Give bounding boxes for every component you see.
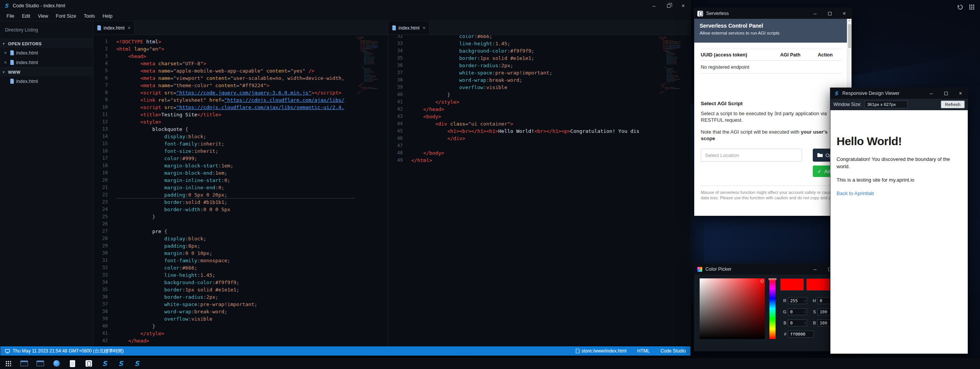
code-line[interactable]: <link rel="stylesheet" href="https://cdn… [116, 96, 355, 104]
restore-button[interactable] [661, 0, 676, 11]
close-tab-icon[interactable]: × [423, 25, 426, 31]
close-tab-icon[interactable]: × [128, 25, 131, 31]
code-line[interactable]: <meta name="theme-color" content="#ff922… [116, 82, 355, 89]
scrollbar-thumb[interactable] [848, 24, 851, 48]
menu-file[interactable]: File [3, 11, 18, 21]
code-line[interactable]: </html> [411, 157, 657, 164]
code-line[interactable]: pre { [116, 228, 355, 235]
code-line[interactable]: </body> [411, 149, 657, 157]
code-line[interactable]: } [116, 213, 355, 220]
code-editor-2[interactable]: 323334353637383940414243444546474849 col… [388, 35, 690, 346]
close-icon[interactable]: × [3, 50, 8, 56]
code-line[interactable]: word-wrap:break-word; [116, 308, 355, 315]
main-title-bar[interactable]: S Code Studio - index.html – × [0, 0, 690, 11]
menu-edit[interactable]: Edit [18, 11, 34, 21]
sidebar-item-index-html[interactable]: ×index.html [0, 58, 93, 67]
code-line[interactable]: white-space:pre-wrap!important; [411, 69, 657, 76]
minimize-button[interactable]: – [924, 88, 939, 99]
close-button[interactable]: × [953, 88, 968, 99]
code-line[interactable]: color:#666; [116, 264, 355, 271]
code-line[interactable]: <meta name="viewport" content="user-scal… [116, 74, 355, 82]
back-to-aprintlab-link[interactable]: Back to Aprintlab [837, 190, 874, 196]
minimap[interactable]: <!DOCTYPE html><html lang="en"> <head> <… [659, 36, 680, 121]
code-line[interactable]: border:1px solid #e1e1e1; [411, 55, 657, 62]
taskbar-icon-serverless[interactable] [84, 359, 93, 368]
window-size-input[interactable] [865, 101, 908, 108]
code-line[interactable]: <script src="https://code.jquery.com/jqu… [116, 89, 355, 96]
code-line[interactable]: border:solid #b1b1b1; [116, 199, 355, 206]
taskbar-icon-code-studio[interactable]: S [133, 359, 141, 368]
refresh-button[interactable]: Refresh [941, 101, 965, 108]
sidebar-item-index-html[interactable]: index.html [0, 76, 93, 86]
code-line[interactable]: display:block; [116, 133, 355, 140]
sv-cursor[interactable] [761, 280, 764, 283]
close-button[interactable]: × [837, 8, 852, 19]
code-line[interactable]: <style> [116, 118, 355, 126]
code-line[interactable] [411, 142, 657, 149]
field-input[interactable]: 255▴▾ [788, 297, 807, 304]
responsive-title-bar[interactable]: S Responsive Design Viewer – × [830, 88, 968, 99]
close-icon[interactable]: × [3, 60, 8, 65]
code-line[interactable]: line-height:1.45; [116, 271, 355, 279]
hue-thumb[interactable] [769, 278, 776, 280]
code-line[interactable]: background-color:#f9f9f9; [411, 47, 657, 55]
serverless-title-bar[interactable]: Serverless – × [694, 8, 852, 19]
code-line[interactable]: overflow:visible [116, 315, 355, 323]
spinner-icon[interactable]: ▴▾ [804, 321, 805, 324]
taskbar-icon-window[interactable] [36, 359, 44, 368]
taskbar-icon-app-grid[interactable] [4, 359, 12, 368]
tab-index-html[interactable]: index.html × [388, 21, 430, 35]
code-line[interactable]: border-radius:2px; [411, 62, 657, 69]
select-location-input[interactable] [701, 149, 802, 162]
code-line[interactable]: <script src="https://cdnjs.cloudflare.co… [116, 104, 355, 111]
code-line[interactable]: <html lang="en"> [116, 45, 355, 53]
code-line[interactable]: word-wrap:break-word; [411, 76, 657, 84]
sidebar-section-www[interactable]: ▾WWW [0, 67, 93, 76]
color-picker-title-bar[interactable]: Color Picker – × [694, 264, 852, 275]
code-line[interactable]: font-family:inherit; [116, 140, 355, 147]
taskbar-icon-window[interactable] [20, 359, 28, 368]
code-line[interactable]: blockquote { [116, 126, 355, 133]
color-swatch-current[interactable] [806, 278, 830, 291]
status-file-path[interactable]: store:/www/index.html [576, 348, 626, 354]
menu-view[interactable]: View [34, 11, 52, 21]
code-line[interactable]: padding:0 5px 0 20px; [116, 191, 355, 199]
code-line[interactable]: <h1><br></h1><h1>Hello World!<br></h1><p… [411, 127, 657, 135]
minimap[interactable]: <!DOCTYPE html><html lang="en"> <head> <… [356, 36, 378, 121]
refresh-icon[interactable] [956, 3, 964, 11]
saturation-value-picker[interactable] [700, 278, 765, 339]
sidebar-section-open-editors[interactable]: ▾OPEN EDITORS [0, 39, 93, 48]
spinner-icon[interactable]: ▴▾ [804, 299, 805, 302]
code-content[interactable]: <!DOCTYPE html><html lang="en"> <head> <… [116, 38, 355, 344]
app-grid-icon[interactable] [968, 3, 975, 11]
status-language[interactable]: HTML [637, 348, 650, 354]
code-line[interactable]: </style> [411, 98, 657, 106]
field-input[interactable]: 0▴▾ [788, 319, 807, 326]
code-line[interactable]: <div class="ui container"> [411, 120, 657, 127]
code-line[interactable]: } [116, 323, 355, 330]
taskbar-icon-code-studio[interactable]: S [100, 359, 109, 368]
code-line[interactable]: color:#666; [411, 35, 657, 40]
code-line[interactable]: margin-inline-end:0; [116, 184, 355, 191]
code-line[interactable]: <body> [411, 113, 657, 120]
field-input[interactable]: 0▴▾ [788, 308, 807, 315]
code-line[interactable]: margin:0 0 10px; [116, 250, 355, 257]
code-line[interactable]: line-height:1.45; [411, 40, 657, 47]
code-line[interactable]: overflow:visible [411, 84, 657, 91]
code-line[interactable]: <!DOCTYPE html> [116, 38, 355, 45]
code-content[interactable]: color:#666; line-height:1.45; background… [411, 35, 657, 164]
code-line[interactable]: background-color:#f9f9f9; [116, 279, 355, 286]
hue-slider[interactable] [769, 278, 776, 339]
color-swatch-new[interactable] [780, 278, 804, 291]
code-line[interactable]: </div> [411, 135, 657, 142]
code-line[interactable] [116, 220, 355, 228]
tab-index-html[interactable]: index.html × [93, 21, 135, 35]
code-line[interactable]: margin-inline-start:0; [116, 177, 355, 184]
code-line[interactable]: padding:8px; [116, 242, 355, 250]
code-line[interactable]: display:block; [116, 235, 355, 242]
menu-tools[interactable]: Tools [80, 11, 99, 21]
code-line[interactable]: margin-block-start:1em; [116, 162, 355, 169]
code-line[interactable]: <title>Testing Site</title> [116, 111, 355, 118]
code-line[interactable]: </head> [411, 106, 657, 113]
taskbar-icon-browser[interactable] [52, 359, 61, 368]
